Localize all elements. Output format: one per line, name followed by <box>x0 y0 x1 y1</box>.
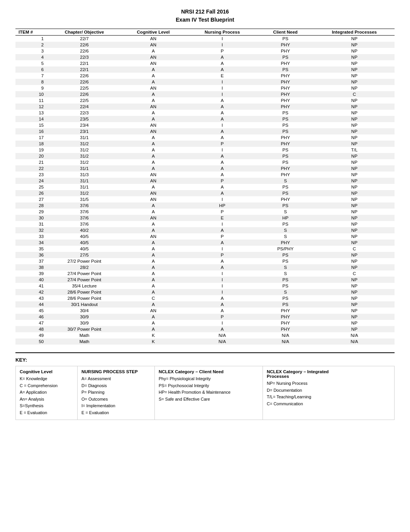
cell-chapter: 31/2 <box>50 147 119 153</box>
table-row: 322/6APPHYNP <box>15 48 395 54</box>
table-row: 4027/4 Power PointAIPSNP <box>15 277 395 283</box>
cell-client: PHY <box>257 91 314 97</box>
cell-client: N/A <box>257 332 314 338</box>
cell-cognitive: A <box>119 277 188 283</box>
cell-cognitive: A <box>119 91 188 97</box>
cell-integrated: NP <box>314 128 395 134</box>
key-item: D= Diagnosis <box>81 382 151 389</box>
table-row: 3627/5APPSNP <box>15 252 395 258</box>
cell-nursing: I <box>188 277 257 283</box>
cell-cognitive: A <box>119 202 188 209</box>
cell-integrated: NP <box>314 196 395 202</box>
cell-item: 38 <box>15 264 50 270</box>
cell-client: PHY <box>257 79 314 85</box>
key-nursing-col: NURSING PROCESS STEP A= AssessmentD= Dia… <box>78 366 155 420</box>
key-item: NP= Nursing Process <box>267 380 352 387</box>
table-row: 3037/6ANEHPNP <box>15 215 395 221</box>
cell-cognitive: AN <box>119 308 188 314</box>
cell-nursing: A <box>188 308 257 314</box>
cell-cognitive: A <box>119 246 188 252</box>
cell-cognitive: A <box>119 184 188 190</box>
cell-item: 7 <box>15 73 50 79</box>
cell-integrated: NP <box>314 320 395 326</box>
cell-item: 24 <box>15 178 50 184</box>
cell-item: 43 <box>15 295 50 301</box>
cell-client: PS <box>257 295 314 301</box>
cell-chapter: 28/2 <box>50 264 119 270</box>
cell-nursing: A <box>188 159 257 165</box>
cell-chapter: Math <box>50 332 119 338</box>
cell-cognitive: A <box>119 283 188 289</box>
cell-client: S <box>257 209 314 215</box>
table-row: 2431/1ANPSNP <box>15 178 395 184</box>
cell-nursing: A <box>188 97 257 104</box>
cell-integrated: NP <box>314 240 395 246</box>
cell-client: HP <box>257 215 314 221</box>
table-row: 922/5ANIPHYNP <box>15 85 395 91</box>
cell-cognitive: A <box>119 73 188 79</box>
cell-nursing: I <box>188 270 257 277</box>
cell-cognitive: A <box>119 240 188 246</box>
cell-chapter: 40/5 <box>50 240 119 246</box>
cell-nursing: N/A <box>188 338 257 345</box>
cell-cognitive: A <box>119 258 188 264</box>
cell-chapter: 31/2 <box>50 190 119 196</box>
table-row: 4430/1 HandoutAAPSNP <box>15 301 395 308</box>
cell-integrated: NP <box>314 73 395 79</box>
cell-client: S <box>257 233 314 240</box>
key-item: K= Knowledge <box>20 376 73 382</box>
table-row: 1731/1AAPHYNP <box>15 134 395 141</box>
cell-cognitive: AN <box>119 42 188 48</box>
cell-client: PHY <box>257 42 314 48</box>
cell-nursing: E <box>188 73 257 79</box>
header-nursing: Nursing Process <box>188 29 257 36</box>
cell-client: PS <box>257 110 314 116</box>
page-title: NRSI 212 Fall 2016 Exam IV Test Blueprin… <box>15 8 395 24</box>
table-row: 1831/2APPHYNP <box>15 141 395 147</box>
cell-item: 3 <box>15 48 50 54</box>
cell-client: PS <box>257 36 314 42</box>
cell-chapter: 22/6 <box>50 73 119 79</box>
cell-chapter: 35/4 Lecture <box>50 283 119 289</box>
blueprint-table: ITEM # Chapter/ Objective Cognitive Leve… <box>15 29 395 345</box>
cell-chapter: 31/1 <box>50 134 119 141</box>
cell-client: PS <box>257 128 314 134</box>
cell-chapter: 37/6 <box>50 215 119 221</box>
cell-integrated: NP <box>314 314 395 320</box>
key-item: S=Synthesis <box>20 403 73 410</box>
table-row: 722/6AEPHYNP <box>15 73 395 79</box>
cell-cognitive: A <box>119 270 188 277</box>
cell-client: PHY <box>257 165 314 172</box>
cell-chapter: 31/5 <box>50 196 119 202</box>
key-cognitive-header: Cognitive Level <box>20 369 73 374</box>
cell-client: PHY <box>257 134 314 141</box>
cell-nursing: N/A <box>188 332 257 338</box>
cell-chapter: 30/4 <box>50 308 119 314</box>
cell-nursing: A <box>188 326 257 332</box>
cell-cognitive: A <box>119 289 188 295</box>
table-row: 4630/9APPHYNP <box>15 314 395 320</box>
cell-chapter: 30/7 Power Point <box>50 326 119 332</box>
cell-cognitive: A <box>119 252 188 258</box>
cell-cognitive: A <box>119 314 188 320</box>
cell-cognitive: A <box>119 110 188 116</box>
table-row: 3137/6AIPSNP <box>15 221 395 227</box>
cell-item: 9 <box>15 85 50 91</box>
cell-chapter: 27/5 <box>50 252 119 258</box>
cell-item: 13 <box>15 110 50 116</box>
cell-item: 19 <box>15 147 50 153</box>
cell-cognitive: A <box>119 221 188 227</box>
cell-nursing: A <box>188 184 257 190</box>
cell-item: 40 <box>15 277 50 283</box>
cell-cognitive: AN <box>119 122 188 128</box>
cell-integrated: NP <box>314 97 395 104</box>
cell-integrated: NP <box>314 122 395 128</box>
cell-nursing: P <box>188 141 257 147</box>
key-item: I= Implementation <box>81 403 151 410</box>
cell-integrated: NP <box>314 252 395 258</box>
cell-nursing: A <box>188 104 257 110</box>
key-nclex-client-header: NCLEX Category – Client Need <box>159 369 259 374</box>
cell-item: 1 <box>15 36 50 42</box>
cell-nursing: A <box>188 172 257 178</box>
cell-integrated: NP <box>314 221 395 227</box>
